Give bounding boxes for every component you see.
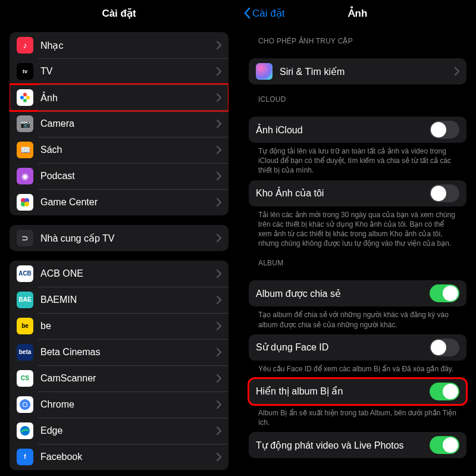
toggle-use-faceid[interactable] — [430, 339, 459, 356]
svg-point-10 — [23, 403, 27, 406]
chevron-right-icon — [217, 348, 221, 356]
back-button[interactable]: Cài đặt — [244, 7, 284, 20]
chevron-right-icon — [217, 67, 221, 76]
row-tv[interactable]: tvTV — [10, 58, 228, 84]
app-icon: ⊃ — [17, 230, 33, 246]
row-camscanner[interactable]: CSCamScanner — [10, 365, 228, 392]
app-icon: ACB — [17, 265, 33, 282]
row-label: Chrome — [40, 399, 217, 410]
chevron-right-icon — [455, 67, 459, 76]
section-header-album: ALBUM — [249, 248, 466, 271]
chevron-right-icon — [217, 374, 221, 383]
row-be[interactable]: bebe — [10, 313, 228, 339]
header-right: Cài đặt Ảnh — [239, 0, 476, 26]
chevron-right-icon — [217, 41, 221, 49]
chevron-right-icon — [217, 146, 221, 154]
row-podcast[interactable]: ◉Podcast — [10, 163, 228, 189]
siri-group: Siri & Tìm kiếm — [249, 58, 466, 84]
row-autoplay[interactable]: Tự động phát video và Live Photos — [249, 432, 466, 458]
row-label: Podcast — [40, 171, 217, 181]
row-my-photostream[interactable]: Kho Ảnh của tôi — [249, 180, 466, 206]
row-label: ACB ONE — [40, 268, 217, 279]
section-header-access: CHO PHÉP ẢNH TRUY CẬP — [249, 26, 466, 49]
app-icon: 📖 — [17, 142, 33, 158]
row-label: Ảnh — [40, 92, 217, 104]
chevron-right-icon — [217, 198, 221, 206]
app-icon: 📷 — [17, 115, 33, 132]
row-show-hidden-album[interactable]: Hiển thị album Bị ẩn — [249, 378, 466, 405]
app-icon: CS — [17, 370, 33, 387]
row-acb-one[interactable]: ACBACB ONE — [10, 261, 228, 287]
toggle-shared-album[interactable] — [430, 284, 459, 302]
section-header-icloud: ICLOUD — [249, 84, 466, 107]
autoplay-label: Tự động phát video và Live Photos — [256, 440, 430, 451]
footer-hidden-album: Album Bị ẩn sẽ xuất hiện trong tab Album… — [249, 405, 466, 427]
row-label: Beta Cinemas — [40, 347, 217, 358]
row-use-faceid[interactable]: Sử dụng Face ID — [249, 334, 466, 361]
toggle-autoplay[interactable] — [430, 436, 459, 454]
chevron-right-icon — [217, 296, 221, 304]
siri-icon — [256, 63, 273, 80]
app-icon — [17, 396, 33, 413]
third-party-apps-group: ACBACB ONEBAEBAEMINbebebetaBeta CinemasC… — [10, 261, 228, 470]
shared-album-group: Album được chia sẻ — [249, 280, 466, 306]
icloud-photos-label: Ảnh iCloud — [256, 124, 430, 136]
header-left: Cài đặt — [0, 0, 238, 26]
chevron-left-icon — [244, 7, 251, 19]
phone-photos-settings: Cài đặt Ảnh CHO PHÉP ẢNH TRUY CẬP Siri &… — [238, 0, 476, 476]
svg-point-2 — [23, 99, 27, 102]
row-siri-search[interactable]: Siri & Tìm kiếm — [249, 58, 466, 84]
tv-provider-group: ⊃Nhà cung cấp TV — [10, 225, 228, 251]
app-icon: beta — [17, 344, 33, 361]
hidden-album-group: Hiển thị album Bị ẩn — [249, 378, 466, 405]
chevron-right-icon — [217, 270, 221, 278]
app-icon — [17, 194, 33, 211]
phone-settings-list: Cài đặt ♪NhạctvTVẢnh📷Camera📖Sách◉Podcast… — [0, 0, 238, 476]
app-icon: be — [17, 318, 33, 334]
row-facebook[interactable]: fFacebook — [10, 444, 228, 470]
icloud-photo-group: Ảnh iCloud — [249, 117, 466, 143]
app-icon: f — [17, 449, 33, 465]
mystream-group: Kho Ảnh của tôi — [249, 180, 466, 206]
app-icon: BAE — [17, 292, 33, 308]
row-label: Nhạc — [40, 40, 217, 51]
row-nh-c[interactable]: ♪Nhạc — [10, 32, 228, 58]
toggle-my-photostream[interactable] — [430, 184, 459, 202]
chevron-right-icon — [217, 234, 221, 242]
app-icon: tv — [17, 63, 33, 80]
row-chrome[interactable]: Chrome — [10, 392, 228, 418]
chevron-right-icon — [217, 453, 221, 461]
chevron-right-icon — [217, 93, 221, 102]
row-beta-cinemas[interactable]: betaBeta Cinemas — [10, 339, 228, 365]
footer-faceid: Yêu cầu Face ID để xem các album Bị ẩn v… — [249, 361, 466, 374]
autoplay-group: Tự động phát video và Live Photos — [249, 432, 466, 458]
toggle-icloud-photos[interactable] — [430, 121, 459, 139]
toggle-show-hidden-album[interactable] — [430, 383, 459, 400]
app-icon: ♪ — [17, 37, 33, 54]
row-icloud-photos[interactable]: Ảnh iCloud — [249, 117, 466, 143]
row--nh[interactable]: Ảnh — [10, 84, 228, 111]
mystream-label: Kho Ảnh của tôi — [256, 187, 430, 199]
row-label: Game Center — [40, 197, 217, 208]
faceid-group: Sử dụng Face ID — [249, 334, 466, 361]
photos-settings-scroll[interactable]: CHO PHÉP ẢNH TRUY CẬP Siri & Tìm kiếm IC… — [239, 26, 476, 476]
page-title: Ảnh — [348, 7, 368, 20]
row-camera[interactable]: 📷Camera — [10, 111, 228, 137]
apple-apps-group: ♪NhạctvTVẢnh📷Camera📖Sách◉PodcastGame Cen… — [10, 32, 228, 215]
row-game-center[interactable]: Game Center — [10, 189, 228, 215]
row-label: Nhà cung cấp TV — [40, 233, 217, 244]
back-label: Cài đặt — [252, 7, 284, 20]
row-shared-album[interactable]: Album được chia sẻ — [249, 280, 466, 306]
row-baemin[interactable]: BAEBAEMIN — [10, 287, 228, 313]
row-s-ch[interactable]: 📖Sách — [10, 137, 228, 163]
svg-point-3 — [20, 96, 24, 99]
row-label: Edge — [40, 425, 217, 436]
chevron-right-icon — [217, 322, 221, 330]
svg-point-1 — [26, 96, 30, 99]
chevron-right-icon — [217, 427, 221, 435]
row-nh-cung-c-p-tv[interactable]: ⊃Nhà cung cấp TV — [10, 225, 228, 251]
row-label: Facebook — [40, 452, 217, 462]
row-edge[interactable]: Edge — [10, 418, 228, 444]
settings-scroll[interactable]: ♪NhạctvTVẢnh📷Camera📖Sách◉PodcastGame Cen… — [0, 26, 238, 476]
chevron-right-icon — [217, 120, 221, 128]
